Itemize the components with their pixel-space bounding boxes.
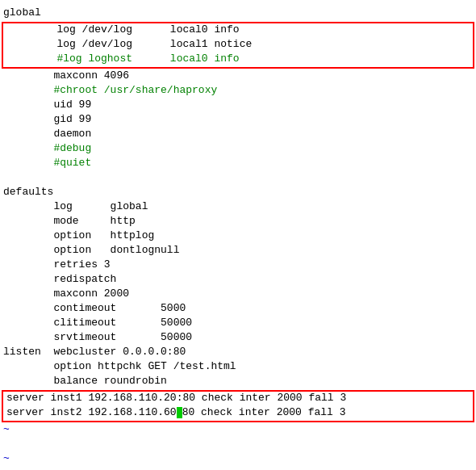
line-log-global: log global — [0, 200, 476, 215]
line-retries: retries 3 — [0, 258, 476, 273]
line-server1: server inst1 192.168.110.20:80 check int… — [3, 392, 473, 406]
editor: global log /dev/log local0 info log /dev… — [0, 0, 476, 470]
line-chroot: #chroot /usr/share/haproxy — [0, 84, 476, 99]
line-daemon: daemon — [0, 128, 476, 142]
line-mode: mode http — [0, 215, 476, 229]
line-redispatch: redispatch — [0, 273, 476, 287]
line-defaults: defaults — [0, 186, 476, 200]
line-clitimeout: clitimeout 50000 — [0, 317, 476, 331]
cursor — [177, 407, 182, 418]
line-loghost: #log loghost local0 info — [3, 52, 473, 67]
line-dontlognull: option dontlognull — [0, 244, 476, 258]
line-httpchk: option httpchk GET /test.html — [0, 360, 476, 375]
line-maxconn2: maxconn 2000 — [0, 287, 476, 302]
highlight-box-2: server inst1 192.168.110.20:80 check int… — [2, 390, 474, 422]
line-maxconn: maxconn 4096 — [0, 69, 476, 84]
line-httplog: option httplog — [0, 229, 476, 244]
line-empty2 — [0, 438, 476, 452]
line-gid: gid 99 — [0, 113, 476, 128]
line-debug: #debug — [0, 142, 476, 157]
line-contimeout: contimeout 5000 — [0, 302, 476, 317]
line-uid: uid 99 — [0, 99, 476, 113]
line-log2: log /dev/log local1 notice — [3, 38, 473, 52]
line-srvtimeout: srvtimeout 50000 — [0, 331, 476, 346]
line-quiet: #quiet — [0, 157, 476, 171]
line-listen: listen webcluster 0.0.0.0:80 — [0, 346, 476, 360]
line-global: global — [0, 6, 476, 21]
line-server2: server inst2 192.168.110.6080 check inte… — [3, 406, 473, 421]
line-tilde2: ~ — [0, 452, 476, 467]
highlight-box-1: log /dev/log local0 info log /dev/log lo… — [2, 22, 474, 69]
line-tilde1: ~ — [0, 423, 476, 438]
line-balance: balance roundrobin — [0, 375, 476, 389]
line-empty1 — [0, 171, 476, 186]
line-log1: log /dev/log local0 info — [3, 23, 473, 38]
